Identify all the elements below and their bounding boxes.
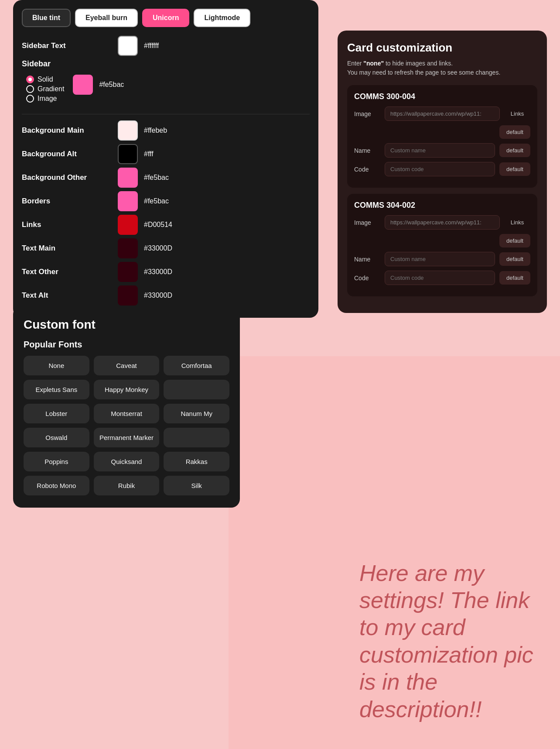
card-panel-desc: Enter "none" to hide images and links. Y…: [347, 59, 537, 77]
text-other-row: Text Other #33000D: [22, 262, 310, 282]
card-1-name-default-btn[interactable]: default: [499, 144, 530, 157]
card-2-code-input[interactable]: [385, 271, 495, 285]
theme-btn-lightmode[interactable]: Lightmode: [194, 9, 250, 27]
card-1-image-input[interactable]: [385, 107, 500, 121]
card-1-image-row: Image Links: [354, 107, 530, 121]
font-btn-permanent-marker[interactable]: Permanent Marker: [94, 428, 160, 447]
radio-solid[interactable]: Solid: [26, 76, 64, 83]
sidebar-color-swatch[interactable]: [73, 75, 93, 95]
bg-other-value: #fe5bac: [144, 174, 169, 182]
card-2-code-row: Code default: [354, 271, 530, 285]
text-alt-row: Text Alt #33000D: [22, 285, 310, 306]
font-panel-title: Custom font: [24, 318, 229, 332]
bg-alt-swatch[interactable]: [118, 144, 138, 164]
font-btn-happy-monkey[interactable]: Happy Monkey: [94, 380, 160, 399]
radio-gradient-circle: [26, 85, 34, 93]
text-main-row: Text Main #33000D: [22, 238, 310, 258]
card-2-image-default-row: default: [354, 234, 530, 247]
sidebar-radio-group: Solid Gradient Image: [26, 76, 64, 103]
bg-main-label: Background Main: [22, 126, 118, 135]
links-row: Links #D00514: [22, 215, 310, 235]
font-btn-quicksand[interactable]: Quicksand: [94, 452, 160, 471]
borders-swatch[interactable]: [118, 191, 138, 211]
card-1-image-label: Image: [354, 110, 380, 117]
sidebar-text-swatch[interactable]: [118, 36, 138, 56]
bg-main-swatch[interactable]: [118, 120, 138, 141]
settings-panel: Blue tint Eyeball burn Unicorn Lightmode…: [13, 0, 318, 318]
card-2-name-default-btn[interactable]: default: [499, 252, 530, 266]
sidebar-text-label: Sidebar Text: [22, 41, 118, 50]
links-swatch[interactable]: [118, 215, 138, 235]
card-1-code-input[interactable]: [385, 162, 495, 176]
radio-gradient-label: Gradient: [38, 85, 64, 93]
font-btn-empty-2[interactable]: [164, 428, 229, 447]
theme-btn-unicorn[interactable]: Unicorn: [142, 9, 189, 27]
card-1-code-default-btn[interactable]: default: [499, 162, 530, 176]
sidebar-section: Sidebar Solid Gradient Image #fe5bac: [22, 59, 310, 107]
font-btn-montserrat[interactable]: Montserrat: [94, 404, 160, 423]
card-1-title: COMMS 300-004: [354, 92, 530, 101]
text-other-value: #33000D: [144, 268, 172, 276]
radio-solid-circle: [26, 76, 34, 83]
links-label: Links: [22, 220, 118, 229]
card-1-name-row: Name default: [354, 143, 530, 158]
text-alt-swatch[interactable]: [118, 285, 138, 306]
card-customization-panel: Card customization Enter "none" to hide …: [338, 31, 547, 313]
overlay-text: Here are my settings! The link to my car…: [359, 560, 543, 723]
theme-btn-eyeball-burn[interactable]: Eyeball burn: [75, 9, 138, 27]
text-alt-label: Text Alt: [22, 291, 118, 300]
card-1-code-row: Code default: [354, 162, 530, 176]
font-btn-rubik[interactable]: Rubik: [94, 476, 160, 495]
font-btn-roboto-mono[interactable]: Roboto Mono: [24, 476, 89, 495]
text-main-value: #33000D: [144, 244, 172, 252]
card-1-code-label: Code: [354, 166, 380, 173]
text-main-swatch[interactable]: [118, 238, 138, 258]
font-btn-comfortaa[interactable]: Comfortaa: [164, 356, 229, 375]
bg-main-value: #ffebeb: [144, 127, 167, 134]
font-btn-nanum[interactable]: Nanum My: [164, 404, 229, 423]
popular-fonts-title: Popular Fonts: [24, 340, 229, 350]
text-other-swatch[interactable]: [118, 262, 138, 282]
font-btn-caveat[interactable]: Caveat: [94, 356, 160, 375]
bg-other-label: Background Other: [22, 173, 118, 182]
radio-image-circle: [26, 95, 34, 103]
card-2-code-default-btn[interactable]: default: [499, 271, 530, 285]
font-btn-lobster[interactable]: Lobster: [24, 404, 89, 423]
color-rows: Background Main #ffebeb Background Alt #…: [22, 120, 310, 306]
bg-other-swatch[interactable]: [118, 168, 138, 188]
card-1-links-label: Links: [504, 110, 530, 117]
card-2-links-label: Links: [504, 219, 530, 226]
bg-alt-row: Background Alt #fff: [22, 144, 310, 164]
bg-alt-label: Background Alt: [22, 150, 118, 158]
card-1-name-input[interactable]: [385, 143, 495, 158]
card-2-name-row: Name default: [354, 252, 530, 266]
radio-image[interactable]: Image: [26, 95, 64, 103]
font-btn-expletus[interactable]: Expletus Sans: [24, 380, 89, 399]
card-1-name-label: Name: [354, 147, 380, 154]
font-grid: None Caveat Comfortaa Expletus Sans Happ…: [24, 356, 229, 495]
font-btn-oswald[interactable]: Oswald: [24, 428, 89, 447]
card-2-name-input[interactable]: [385, 252, 495, 266]
font-btn-none[interactable]: None: [24, 356, 89, 375]
divider-1: [22, 114, 310, 114]
card-1-image-default-btn[interactable]: default: [499, 125, 530, 139]
sidebar-text-value: #ffffff: [144, 42, 159, 50]
text-alt-value: #33000D: [144, 292, 172, 299]
font-btn-rakkas[interactable]: Rakkas: [164, 452, 229, 471]
sidebar-color-value: #fe5bac: [99, 81, 124, 89]
font-btn-empty-1[interactable]: [164, 380, 229, 399]
theme-btn-blue-tint[interactable]: Blue tint: [22, 9, 71, 27]
card-section-2: COMMS 304-002 Image Links default Name d…: [347, 194, 537, 296]
radio-gradient[interactable]: Gradient: [26, 85, 64, 93]
borders-value: #fe5bac: [144, 197, 169, 205]
sidebar-section-title: Sidebar: [22, 59, 310, 69]
theme-buttons-row: Blue tint Eyeball burn Unicorn Lightmode: [22, 9, 310, 27]
radio-solid-label: Solid: [38, 76, 53, 83]
card-2-image-input[interactable]: [385, 215, 500, 230]
card-2-image-default-btn[interactable]: default: [499, 234, 530, 247]
bg-other-row: Background Other #fe5bac: [22, 168, 310, 188]
font-btn-poppins[interactable]: Poppins: [24, 452, 89, 471]
font-btn-silk[interactable]: Silk: [164, 476, 229, 495]
radio-image-label: Image: [38, 95, 57, 103]
text-main-label: Text Main: [22, 244, 118, 253]
